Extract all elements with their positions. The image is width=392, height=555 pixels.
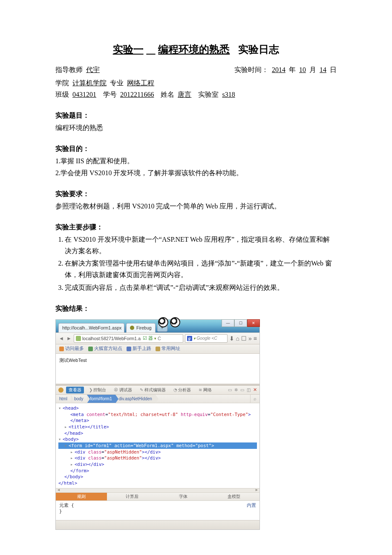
tab-firebug[interactable]: Firebug bbox=[126, 323, 156, 332]
class-value: 0431201 bbox=[71, 91, 98, 98]
minimize-button[interactable]: — bbox=[222, 319, 234, 327]
lab-value: s318 bbox=[220, 91, 236, 98]
crumb-form[interactable]: form#form1 bbox=[87, 395, 115, 403]
selected-node[interactable]: ▾<form id="form1" action="WebForm1.aspx"… bbox=[58, 442, 257, 449]
google-icon: g bbox=[187, 336, 192, 341]
bookmark-firefox[interactable]: 火狐官方站点 bbox=[88, 346, 122, 352]
css-rules-panel[interactable]: 元素 { } 内置 bbox=[56, 501, 259, 520]
html-source-panel[interactable]: ▾<head> <meta content="text/html; charse… bbox=[56, 403, 259, 488]
purpose-line-1: 1.掌握 IIS 的配置和使用。 bbox=[55, 155, 337, 167]
toolbar-overflow[interactable]: » bbox=[248, 335, 252, 342]
devtools-close-button[interactable]: ✕ bbox=[253, 387, 257, 393]
twisty-open-icon[interactable]: ▾ bbox=[58, 405, 63, 411]
devtools-tab-network[interactable]: ≋ 网络 bbox=[196, 387, 214, 393]
twisty-closed-icon[interactable]: ▸ bbox=[70, 461, 75, 468]
bookmark-icon bbox=[127, 347, 131, 351]
twisty-closed-icon[interactable]: ▸ bbox=[70, 455, 75, 461]
major-value: 网络工程 bbox=[125, 79, 156, 87]
require-text: 参照理论教材例题，利用 VS2010 完成一个简单的 Web 应用，并运行调试。 bbox=[55, 200, 337, 212]
devtools-tab-debugger[interactable]: ⦿ 调试器 bbox=[111, 387, 135, 393]
title-part2: 编程环境的熟悉 bbox=[158, 43, 230, 55]
twisty-closed-icon[interactable]: ▸ bbox=[70, 449, 75, 455]
lab-label: 实验室 bbox=[198, 91, 219, 98]
firebug-icon[interactable] bbox=[58, 387, 63, 393]
devtools-toolbar: 查看器 ❯控制台 ⦿ 调试器 ✎ 样式编辑器 ◔ 分析器 ≋ 网络 ▭ ✲ ▭ … bbox=[56, 385, 259, 395]
firebug-icon bbox=[130, 326, 134, 330]
search-input[interactable]: g ▾ Google <C bbox=[185, 334, 228, 343]
major-label: 专业 bbox=[110, 79, 124, 87]
downloads-button[interactable]: ⬇ bbox=[229, 335, 234, 342]
meta-row-2: 学院 计算机学院 专业 网络工程 bbox=[55, 77, 337, 89]
forward-button[interactable]: ► bbox=[66, 335, 72, 341]
teacher-value: 代宇 bbox=[84, 66, 101, 73]
require-heading: 实验要求： bbox=[55, 190, 337, 199]
tab-webform[interactable]: http://localh...WebForm1.aspx × bbox=[58, 323, 124, 332]
devtools-options-icon[interactable]: ✲ bbox=[234, 387, 238, 392]
horizontal-scrollbar[interactable] bbox=[56, 488, 259, 492]
devtools-tab-inspector[interactable]: 查看器 bbox=[66, 387, 84, 393]
document-title: 实验一 编程环境的熟悉 实验日志 bbox=[55, 43, 337, 56]
name-label: 姓名 bbox=[161, 91, 174, 98]
devtools-tab-profiler[interactable]: ◔ 分析器 bbox=[171, 387, 194, 393]
folder-icon bbox=[59, 347, 64, 351]
bookmark-icon bbox=[156, 347, 160, 351]
inspector-search-icon[interactable]: ⌕ bbox=[250, 395, 259, 403]
bookmark-most-visited[interactable]: 访问最多 bbox=[59, 346, 84, 352]
menu-button[interactable]: ≡ bbox=[254, 335, 257, 342]
meta-row-3: 班级 0431201 学号 2012211666 姓名 唐言 实验室 s318 bbox=[55, 89, 337, 100]
bookmark-common-sites[interactable]: 常用网址 bbox=[156, 346, 180, 352]
css-inline-label: 内置 bbox=[247, 503, 256, 509]
step-3: 完成页面内容后，点击菜单栏“调试”-“启动调试”来观察网站运行的效果。 bbox=[65, 282, 337, 293]
devtools-tab-style[interactable]: ✎ 样式编辑器 bbox=[137, 387, 168, 393]
name-value: 唐言 bbox=[176, 91, 193, 98]
devtools-responsive-icon[interactable]: ▭ bbox=[228, 387, 232, 392]
css-tab-computed[interactable]: 计算后 bbox=[107, 493, 158, 500]
year-value: 2014 bbox=[270, 66, 287, 73]
url-input[interactable]: localhost:58271/WebForm1.a ☑ 器 ▾ Ċ bbox=[74, 334, 183, 343]
devtools-popout-icon[interactable]: ◫ bbox=[247, 387, 251, 392]
time-label: 实验时间： bbox=[234, 66, 268, 73]
year-suffix: 年 bbox=[289, 66, 296, 73]
css-tab-rules[interactable]: 规则 bbox=[56, 493, 107, 500]
devtools-footer bbox=[56, 520, 259, 529]
breadcrumb-row: html body form#form1 div.aspNetHidden ⌕ bbox=[56, 395, 259, 403]
devtools-dock-icon[interactable]: ▭ bbox=[240, 387, 244, 392]
css-selector: 元素 { bbox=[59, 503, 256, 509]
month-suffix: 月 bbox=[309, 66, 316, 73]
day-suffix: 日 bbox=[330, 66, 337, 73]
toolbar-extra-1[interactable]: ☐ bbox=[241, 335, 247, 342]
twisty-open-icon[interactable]: ▾ bbox=[58, 436, 63, 442]
page-text: 测试WebTest bbox=[59, 358, 87, 363]
teacher-label: 指导教师 bbox=[55, 66, 83, 73]
result-heading: 实验结果： bbox=[55, 304, 337, 313]
bookmark-getting-started[interactable]: 新手上路 bbox=[127, 346, 151, 352]
steps-list: 在 VS2010 开发环境中新建一个“ASP.NET Web 应用程序”，指定项… bbox=[65, 234, 337, 293]
back-button[interactable]: ◄ bbox=[58, 335, 64, 341]
css-tab-boxmodel[interactable]: 盒模型 bbox=[209, 493, 260, 500]
reload-button[interactable]: Ċ bbox=[158, 336, 161, 341]
tab-label: Firebug bbox=[136, 325, 152, 330]
topic-text: 编程环境的熟悉 bbox=[55, 122, 337, 133]
bookmark-icon bbox=[88, 347, 93, 351]
devtools-tab-console[interactable]: ❯控制台 bbox=[86, 387, 109, 393]
url-dropdown-icon[interactable]: ▾ bbox=[154, 336, 156, 341]
maximize-button[interactable]: ☐ bbox=[234, 319, 247, 327]
css-tab-fonts[interactable]: 字体 bbox=[158, 493, 209, 500]
twisty-closed-icon[interactable]: ▸ bbox=[64, 424, 69, 430]
search-engine-dropdown-icon[interactable]: ▾ bbox=[193, 336, 196, 341]
address-bar: ◄ ► localhost:58271/WebForm1.a ☑ 器 ▾ Ċ g… bbox=[56, 332, 259, 344]
month-value: 10 bbox=[297, 66, 308, 73]
step-1: 在 VS2010 开发环境中新建一个“ASP.NET Web 应用程序”，指定项… bbox=[65, 234, 337, 257]
url-text: localhost:58271/WebForm1.a bbox=[82, 336, 141, 341]
close-button[interactable]: ✕ bbox=[247, 319, 260, 327]
class-label: 班级 bbox=[55, 91, 69, 98]
window-controls: — ☐ ✕ bbox=[222, 319, 260, 327]
theme-eye-left-icon bbox=[158, 317, 168, 327]
sid-label: 学号 bbox=[103, 91, 117, 98]
home-button[interactable]: ⌂ bbox=[236, 335, 239, 342]
page-content: 测试WebTest bbox=[56, 354, 259, 384]
css-close-brace: } bbox=[59, 509, 256, 514]
crumb-html[interactable]: html bbox=[56, 395, 71, 403]
crumb-div[interactable]: div.aspNetHidden bbox=[115, 395, 156, 403]
bookmarks-bar: 访问最多 火狐官方站点 新手上路 常用网址 bbox=[56, 344, 259, 354]
